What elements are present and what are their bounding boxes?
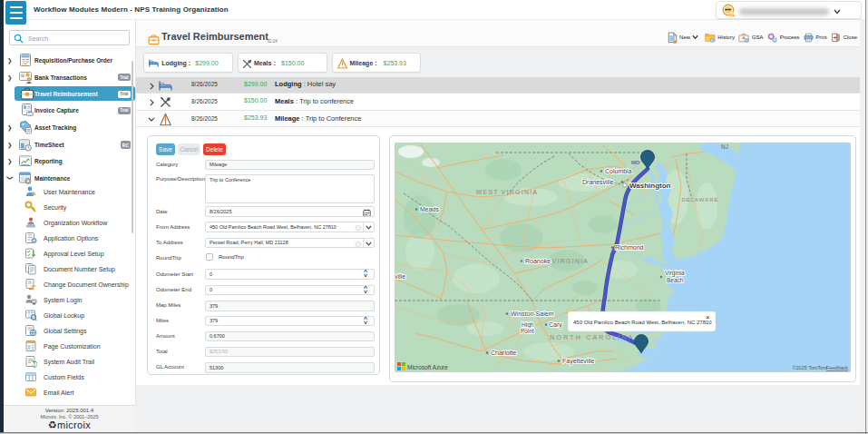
- svg-text:Columbia: Columbia: [605, 168, 632, 174]
- svg-text:Dranesville: Dranesville: [582, 179, 614, 185]
- svg-text:WEST VIRGINIA: WEST VIRGINIA: [475, 189, 537, 195]
- svg-text:VIRGINIA: VIRGINIA: [551, 258, 588, 264]
- svg-text:×: ×: [706, 313, 710, 321]
- svg-text:DELAWARE: DELAWARE: [681, 197, 718, 202]
- svg-text:Virginia: Virginia: [665, 270, 685, 277]
- svg-text:Beach: Beach: [667, 277, 684, 283]
- svg-text:Meads: Meads: [420, 206, 440, 212]
- svg-text:Point: Point: [521, 328, 534, 334]
- svg-text:Winston-Salem: Winston-Salem: [511, 311, 554, 317]
- svg-text:450 Old Pamlico Beach Road Wes: 450 Old Pamlico Beach Road West, Belhave…: [573, 320, 712, 325]
- svg-text:Washington: Washington: [629, 181, 671, 189]
- svg-text:Richmond: Richmond: [615, 244, 644, 251]
- svg-text:NJ: NJ: [721, 143, 728, 150]
- svg-text:Microsoft Azure: Microsoft Azure: [407, 364, 448, 370]
- svg-text:Roanoke: Roanoke: [525, 258, 551, 264]
- svg-text:Cary: Cary: [549, 321, 562, 329]
- svg-text:ville: ville: [395, 273, 405, 280]
- svg-text:Fayetteville: Fayetteville: [562, 358, 595, 365]
- svg-text:Feedback: Feedback: [825, 365, 847, 370]
- svg-text:Charlotte: Charlotte: [491, 350, 517, 356]
- svg-text:NORTH CAROLINA: NORTH CAROLINA: [550, 334, 634, 340]
- svg-text:©2025 TomTom: ©2025 TomTom: [792, 365, 827, 370]
- svg-text:MD: MD: [631, 160, 640, 165]
